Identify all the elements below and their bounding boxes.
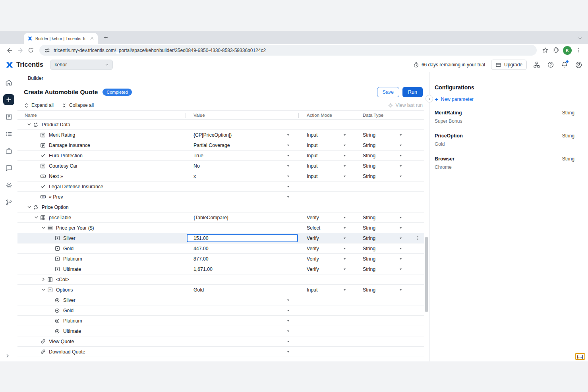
value-dropdown-caret-icon[interactable] [286,133,290,137]
parameters-floating-button[interactable]: {…} [575,353,585,360]
library-icon[interactable] [3,111,14,122]
reload-icon[interactable] [25,45,36,56]
value-dropdown-caret-icon[interactable] [286,340,290,343]
view-last-run-button[interactable]: View last run [388,102,423,108]
value-input[interactable] [187,234,298,242]
parameter-item[interactable]: PriceOptionStringGold [435,129,574,152]
panel-collapse-chevron-icon[interactable] [426,95,433,102]
value-dropdown-caret-icon[interactable] [286,164,290,168]
tab-search-chevron-icon[interactable] [578,36,582,41]
table-row[interactable]: Euro ProtectionTrueInputString [17,151,424,161]
action-mode-caret-icon[interactable] [343,154,346,157]
expand-all-button[interactable]: Expand all [24,102,54,108]
value-dropdown-caret-icon[interactable] [286,298,290,302]
action-mode-caret-icon[interactable] [343,288,346,292]
home-icon[interactable] [3,77,14,88]
rail-expand-chevron-icon[interactable] [4,353,11,359]
org-hierarchy-icon[interactable] [533,61,541,69]
data-type-caret-icon[interactable] [399,288,402,292]
data-type-caret-icon[interactable] [399,154,402,157]
expander-chevron-down-icon[interactable] [40,225,47,231]
table-row[interactable]: ?OptionsGoldInputString [17,285,424,295]
bookmark-star-icon[interactable] [540,45,551,56]
action-mode-caret-icon[interactable] [343,247,346,250]
expander-chevron-down-icon[interactable] [33,214,40,221]
briefcase-icon[interactable] [3,145,14,156]
action-mode-caret-icon[interactable] [343,174,346,178]
value-dropdown-caret-icon[interactable] [286,309,290,312]
table-row[interactable]: Ultimate [17,326,424,336]
data-type-caret-icon[interactable] [399,164,402,168]
tab-close-icon[interactable] [89,35,95,42]
workflow-branch-icon[interactable] [3,197,14,208]
forward-icon[interactable] [15,45,25,56]
table-row[interactable]: Silver [17,295,424,305]
table-row[interactable]: Merit Rating{CP[PriceOption]}InputString [17,130,424,140]
browser-menu-icon[interactable] [573,45,584,56]
chat-icon[interactable] [3,162,14,174]
create-icon[interactable] [3,94,14,105]
table-row[interactable]: OK« Prev [17,192,424,202]
table-row[interactable]: Download Quote [17,347,424,357]
value-dropdown-caret-icon[interactable] [286,350,290,353]
table-row[interactable]: priceTable{TableCompare}VerifyString [17,212,424,223]
browser-profile-avatar[interactable]: K [563,46,572,55]
value-dropdown-caret-icon[interactable] [286,319,290,322]
data-type-caret-icon[interactable] [399,216,402,219]
value-dropdown-caret-icon[interactable] [286,195,290,199]
new-tab-button[interactable] [101,33,110,42]
parameter-item[interactable]: BrowserStringChrome [435,152,574,175]
data-type-caret-icon[interactable] [399,267,402,271]
action-mode-caret-icon[interactable] [343,267,346,271]
row-menu-kebab-icon[interactable] [415,236,420,241]
table-row[interactable]: View Quote [17,336,424,347]
data-type-caret-icon[interactable] [399,143,402,147]
collapse-all-button[interactable]: Collapse all [62,102,94,108]
table-row[interactable]: Damage InsurancePartial CoverageInputStr… [17,140,424,151]
action-mode-caret-icon[interactable] [343,216,346,219]
table-row[interactable]: Gold [17,305,424,316]
table-scrollbar[interactable] [425,237,428,312]
table-row[interactable]: Product Data [17,120,424,130]
table-row[interactable]: SilverVerifyString [17,233,424,243]
action-mode-caret-icon[interactable] [343,226,346,230]
table-row[interactable]: Platinum [17,316,424,326]
data-type-caret-icon[interactable] [399,247,402,250]
table-row[interactable]: Legal Defense Insurance [17,182,424,192]
action-mode-caret-icon[interactable] [343,257,346,261]
table-row[interactable]: Gold447.00VerifyString [17,243,424,254]
value-dropdown-caret-icon[interactable] [286,143,290,147]
notifications-bell-icon[interactable] [561,61,569,69]
extensions-icon[interactable] [551,45,561,56]
save-button[interactable]: Save [377,87,400,97]
data-type-caret-icon[interactable] [399,174,402,178]
workspace-selector[interactable]: kehor [50,60,113,70]
action-mode-caret-icon[interactable] [343,143,346,147]
account-icon[interactable] [574,61,582,69]
action-mode-caret-icon[interactable] [343,164,346,168]
list-icon[interactable] [3,128,14,139]
back-icon[interactable] [4,45,15,56]
table-row[interactable]: OKNext »xInputString [17,171,424,182]
expander-chevron-right-icon[interactable] [40,276,47,283]
url-bar[interactable]: tricentis.my-dev.tricentis.com/_portal/s… [39,45,537,56]
table-row[interactable]: Price Option [17,202,424,212]
table-row[interactable]: Ultimate1,671.00VerifyString [17,264,424,274]
parameter-item[interactable]: MeritRatingStringSuper Bonus [435,106,574,129]
value-dropdown-caret-icon[interactable] [286,185,290,188]
new-parameter-button[interactable]: + New parameter [435,97,474,102]
data-type-caret-icon[interactable] [399,226,402,230]
expander-chevron-down-icon[interactable] [40,287,47,293]
browser-tab[interactable]: Builder | kehor | Tricentis Tos... [24,33,98,44]
table-row[interactable]: <Col> [17,274,424,285]
action-mode-caret-icon[interactable] [343,133,346,137]
data-type-caret-icon[interactable] [399,236,402,240]
table-row[interactable]: Price per Year ($)SelectString [17,223,424,233]
data-type-caret-icon[interactable] [399,133,402,137]
value-dropdown-caret-icon[interactable] [286,174,290,178]
table-row[interactable]: Platinum877.00VerifyString [17,254,424,264]
value-dropdown-caret-icon[interactable] [286,154,290,157]
value-dropdown-caret-icon[interactable] [286,329,290,333]
expander-chevron-down-icon[interactable] [25,122,33,128]
site-settings-icon[interactable] [44,48,50,53]
